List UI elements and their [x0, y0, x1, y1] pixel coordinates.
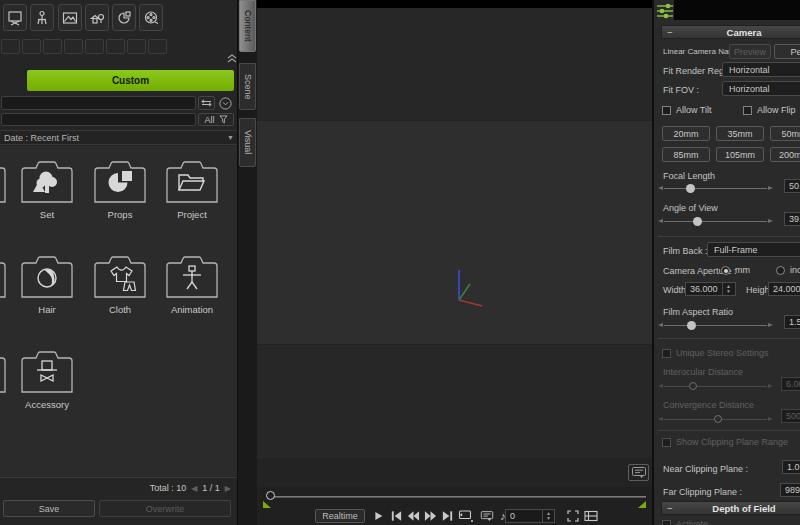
width-field[interactable]: ▲▼: [685, 282, 736, 296]
template-slot-2[interactable]: [22, 39, 41, 54]
range-end-marker[interactable]: [638, 501, 646, 508]
preset-105mm-button[interactable]: 105mm: [716, 147, 764, 162]
viewport-3d[interactable]: [257, 0, 652, 487]
frame-spinner[interactable]: ▲▼: [542, 510, 554, 522]
realtime-button[interactable]: Realtime: [315, 509, 365, 523]
show-clipping-checkbox[interactable]: Show Clipping Plane Range: [662, 437, 788, 447]
fullscreen-button[interactable]: [565, 510, 581, 522]
filter-input[interactable]: [1, 113, 196, 126]
template-slot-6[interactable]: [106, 39, 125, 54]
next-page-button[interactable]: ▶: [225, 484, 231, 493]
preset-20mm-button[interactable]: 20mm: [662, 126, 710, 141]
first-frame-button[interactable]: [388, 510, 404, 522]
near-clipping-value[interactable]: 1.0: [782, 460, 800, 474]
template-slot-4[interactable]: [64, 39, 83, 54]
angle-of-view-value[interactable]: 39.60: [784, 212, 800, 226]
allow-flip-checkbox[interactable]: Allow Flip: [743, 105, 796, 115]
frame-number-input[interactable]: [506, 510, 542, 522]
allow-tilt-checkbox[interactable]: Allow Tilt: [662, 105, 712, 115]
angle-of-view-slider[interactable]: [658, 216, 773, 227]
content-type-props-button[interactable]: [85, 4, 109, 31]
timeline-panel-button[interactable]: [583, 510, 599, 522]
film-aspect-value[interactable]: 1.50: [784, 315, 800, 329]
width-input[interactable]: [686, 283, 722, 295]
content-type-avatar-button[interactable]: [30, 4, 54, 31]
template-slot-1[interactable]: [1, 39, 20, 54]
focal-length-value[interactable]: 50.00: [784, 179, 800, 193]
film-aspect-slider[interactable]: [658, 320, 773, 331]
content-type-media-button[interactable]: [139, 4, 163, 31]
collapse-toolbar-button[interactable]: [227, 54, 237, 65]
annotation-button[interactable]: [479, 510, 495, 522]
folder-animation[interactable]: Animation: [164, 253, 220, 315]
content-type-scene-button[interactable]: [58, 4, 82, 31]
unique-stereo-label: Unique Stereo Settings: [676, 348, 769, 358]
app-window: Custom All Date : Recent First ▼: [0, 0, 800, 525]
slider-handle[interactable]: [686, 184, 695, 193]
save-button[interactable]: Save: [3, 500, 95, 517]
preset-label: 35mm: [727, 129, 752, 139]
overwrite-button[interactable]: Overwrite: [99, 500, 231, 517]
folder-project[interactable]: Project: [164, 158, 220, 220]
unique-stereo-checkbox[interactable]: Unique Stereo Settings: [662, 348, 769, 358]
template-slot-8[interactable]: [148, 39, 167, 54]
dof-section-header[interactable]: − Depth of Field: [661, 501, 800, 515]
sort-dropdown[interactable]: Date : Recent First ▼: [0, 130, 238, 145]
play-button[interactable]: [370, 510, 386, 522]
custom-tab-button[interactable]: Custom: [27, 70, 234, 91]
inch-label: inch: [790, 265, 800, 275]
range-start-marker[interactable]: [263, 501, 271, 508]
collapse-section-icon[interactable]: −: [667, 27, 673, 38]
prev-page-button[interactable]: ◀: [191, 484, 197, 493]
next-frame-button[interactable]: [422, 510, 438, 522]
camera-section-header[interactable]: − Camera: [661, 25, 800, 39]
preset-35mm-button[interactable]: 35mm: [716, 126, 764, 141]
fit-render-region-select[interactable]: Horizontal: [722, 62, 800, 77]
loop-button[interactable]: [458, 510, 474, 522]
slider-handle[interactable]: [687, 321, 696, 330]
filter-all-button[interactable]: All: [198, 113, 234, 126]
folder-props[interactable]: Props: [92, 158, 148, 220]
search-input[interactable]: [1, 96, 196, 110]
template-slot-7[interactable]: [127, 39, 146, 54]
aperture-inch-radio[interactable]: inch: [776, 265, 800, 275]
folder-cloth[interactable]: Cloth: [92, 253, 148, 315]
width-spinner[interactable]: ▲▼: [722, 283, 734, 295]
content-type-stage-button[interactable]: [3, 4, 27, 31]
timeline-playhead[interactable]: [266, 491, 275, 500]
camera-select-value: Perspective: [790, 47, 800, 57]
folder-hair[interactable]: Hair: [19, 253, 75, 315]
tab-content[interactable]: Content: [239, 0, 256, 52]
frame-number-field[interactable]: ▲▼: [505, 509, 555, 523]
last-frame-button[interactable]: [439, 510, 455, 522]
content-type-animation-button[interactable]: [112, 4, 136, 31]
swap-search-button[interactable]: [198, 96, 215, 110]
far-clipping-value[interactable]: 9899: [780, 483, 800, 497]
folder-accessory[interactable]: Accessory: [19, 348, 75, 410]
tab-visual[interactable]: Visual: [239, 118, 256, 167]
aperture-mm-radio[interactable]: mm: [721, 265, 750, 275]
folder-set[interactable]: Set: [19, 158, 75, 220]
adjust-button[interactable]: [656, 2, 674, 22]
viewport-note-button[interactable]: [628, 464, 649, 481]
height-field[interactable]: [768, 282, 800, 296]
focal-length-slider[interactable]: [658, 183, 773, 194]
collapse-section-icon[interactable]: −: [667, 503, 673, 514]
preset-85mm-button[interactable]: 85mm: [662, 147, 710, 162]
expand-search-button[interactable]: [217, 96, 234, 110]
timeline-track[interactable]: [270, 496, 646, 498]
preview-camera-button[interactable]: Preview: [729, 44, 771, 59]
template-slot-3[interactable]: [43, 39, 62, 54]
fit-fov-select[interactable]: Horizontal: [722, 81, 800, 96]
swap-arrows-icon: [201, 99, 212, 107]
dof-activate-checkbox[interactable]: Activate: [662, 519, 708, 525]
preset-200mm-button[interactable]: 200mm: [770, 147, 800, 162]
height-input[interactable]: [769, 283, 800, 295]
preset-50mm-button[interactable]: 50mm: [770, 126, 800, 141]
template-slot-5[interactable]: [85, 39, 104, 54]
camera-select-button[interactable]: Perspective: [774, 44, 800, 59]
slider-handle[interactable]: [693, 217, 702, 226]
tab-scene[interactable]: Scene: [239, 63, 256, 110]
film-back-select[interactable]: Full-Frame: [707, 242, 800, 257]
previous-frame-button[interactable]: [405, 510, 421, 522]
